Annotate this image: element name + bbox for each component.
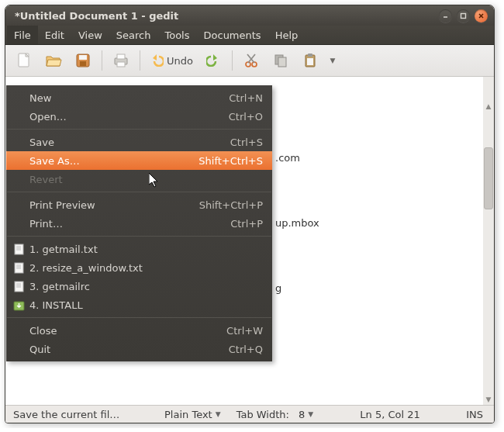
chevron-down-icon: ▼ — [330, 57, 336, 64]
menu-separator — [7, 317, 271, 318]
cursor-position: Ln 5, Col 21 — [360, 409, 419, 420]
menu-file[interactable]: File — [7, 26, 38, 44]
folder-open-icon — [45, 53, 62, 68]
copy-icon — [273, 53, 288, 68]
menuitem-print[interactable]: Print…Ctrl+P — [6, 214, 272, 233]
menu-view[interactable]: View — [71, 26, 109, 44]
menu-help[interactable]: Help — [268, 26, 306, 44]
print-button[interactable] — [107, 48, 135, 73]
menuitem-4-install[interactable]: 4. INSTALL — [6, 295, 272, 314]
toolbar-separator — [102, 50, 102, 71]
menuitem-label: 3. getmailrc — [29, 281, 263, 292]
menuitem-label: 4. INSTALL — [29, 299, 263, 311]
chevron-down-icon: ▼ — [216, 410, 221, 418]
menuitem-shortcut: Ctrl+Q — [229, 344, 263, 355]
titlebar[interactable]: *Untitled Document 1 - gedit — [5, 5, 494, 26]
document-icon — [12, 280, 25, 292]
svg-rect-10 — [117, 62, 125, 67]
package-icon — [12, 299, 25, 311]
undo-icon — [150, 54, 164, 67]
mouse-cursor — [149, 173, 161, 192]
syntax-selector[interactable]: Plain Text▼ — [157, 406, 229, 423]
undo-label: Undo — [167, 55, 193, 67]
new-file-button[interactable] — [10, 48, 38, 73]
menu-separator — [7, 236, 271, 237]
menuitem-label: Save As… — [29, 155, 198, 167]
menuitem-label: Close — [29, 325, 226, 337]
menuitem-quit[interactable]: QuitCtrl+Q — [6, 340, 272, 358]
redo-button[interactable] — [199, 48, 227, 73]
menuitem-label: 2. resize_a_window.txt — [29, 262, 263, 274]
save-file-button[interactable] — [69, 48, 97, 73]
statusbar: Save the current fil… Plain Text▼ Tab Wi… — [5, 405, 494, 423]
menu-separator — [7, 192, 271, 192]
menuitem-shortcut: Shift+Ctrl+P — [199, 199, 263, 211]
menuitem-shortcut: Shift+Ctrl+S — [198, 155, 263, 167]
svg-rect-18 — [308, 54, 312, 57]
vertical-scrollbar[interactable]: ▲ ▼ — [483, 77, 494, 405]
menuitem-revert: Revert — [6, 170, 272, 188]
menuitem-label: Revert — [29, 174, 263, 185]
menuitem-shortcut: Ctrl+N — [229, 92, 263, 104]
menuitem-label: 1. getmail.txt — [29, 244, 263, 255]
scrollbar-thumb[interactable] — [484, 147, 493, 209]
paste-icon — [302, 53, 318, 68]
open-file-button[interactable] — [40, 48, 67, 73]
menu-search[interactable]: Search — [109, 26, 158, 44]
menuitem-shortcut: Ctrl+P — [230, 218, 263, 230]
copy-button[interactable] — [267, 48, 295, 73]
cut-button[interactable] — [237, 48, 265, 73]
toolbar: Undo ▼ — [5, 45, 494, 77]
menuitem-save[interactable]: SaveCtrl+S — [6, 133, 272, 151]
save-icon — [75, 53, 91, 68]
menuitem-3-getmailrc[interactable]: 3. getmailrc — [6, 277, 272, 295]
svg-rect-7 — [80, 61, 86, 66]
toolbar-separator — [140, 50, 140, 71]
status-hint: Save the current fil… — [13, 409, 119, 420]
svg-rect-16 — [278, 57, 286, 67]
minimize-button[interactable] — [439, 9, 452, 22]
svg-rect-19 — [307, 58, 313, 65]
menu-documents[interactable]: Documents — [197, 26, 268, 44]
menuitem-1-getmail-txt[interactable]: 1. getmail.txt — [6, 240, 272, 258]
maximize-button[interactable] — [457, 9, 470, 22]
insert-mode[interactable]: INS — [466, 409, 483, 420]
printer-icon — [112, 53, 129, 68]
gedit-window: *Untitled Document 1 - gedit File Edit V… — [5, 5, 495, 423]
close-button[interactable] — [475, 9, 488, 22]
menuitem-shortcut: Ctrl+W — [226, 325, 263, 337]
chevron-down-icon: ▼ — [308, 410, 313, 418]
redo-icon — [206, 54, 220, 67]
menu-edit[interactable]: Edit — [38, 26, 71, 44]
document-icon — [12, 243, 25, 255]
menuitem-label: New — [29, 92, 229, 104]
paste-button[interactable] — [296, 48, 324, 73]
menuitem-label: Save — [29, 137, 230, 148]
menuitem-label: Quit — [29, 344, 229, 355]
menuitem-label: Open… — [29, 111, 229, 123]
toolbar-overflow-button[interactable]: ▼ — [326, 48, 340, 73]
menuitem-label: Print… — [29, 218, 230, 230]
scroll-up-arrow-icon[interactable]: ▲ — [483, 100, 494, 112]
menu-separator — [7, 129, 271, 130]
menuitem-save-as[interactable]: Save As…Shift+Ctrl+S — [6, 151, 272, 170]
svg-rect-9 — [117, 54, 125, 59]
menuitem-close[interactable]: CloseCtrl+W — [6, 321, 272, 340]
toolbar-separator — [232, 50, 233, 71]
window-title: *Untitled Document 1 - gedit — [12, 10, 439, 22]
menuitem-shortcut: Ctrl+O — [229, 111, 263, 123]
file-menu-dropdown: NewCtrl+NOpen…Ctrl+OSaveCtrl+SSave As…Sh… — [6, 85, 272, 361]
undo-button[interactable]: Undo — [145, 48, 198, 73]
tabwidth-selector[interactable]: Tab Width: 8▼ — [229, 406, 322, 423]
menu-tools[interactable]: Tools — [157, 26, 196, 44]
document-new-icon — [16, 52, 32, 69]
menubar: File Edit View Search Tools Documents He… — [5, 26, 494, 45]
scroll-down-arrow-icon[interactable]: ▼ — [483, 393, 494, 405]
menuitem-print-preview[interactable]: Print PreviewShift+Ctrl+P — [6, 195, 272, 214]
menuitem-new[interactable]: NewCtrl+N — [6, 88, 272, 107]
svg-rect-6 — [79, 55, 87, 60]
document-icon — [12, 261, 25, 274]
menuitem-open[interactable]: Open…Ctrl+O — [6, 107, 272, 126]
menuitem-shortcut: Ctrl+S — [230, 137, 263, 148]
menuitem-2-resize-a-window-txt[interactable]: 2. resize_a_window.txt — [6, 258, 272, 277]
